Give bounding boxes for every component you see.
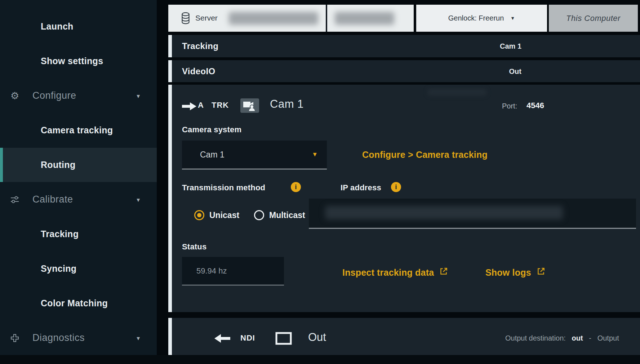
- external-link-icon: [439, 267, 448, 278]
- camera-system-value: Cam 1: [200, 150, 225, 160]
- tracking-panel: A TRK Cam 1 Port: 4546 Camera system Cam…: [168, 85, 640, 312]
- port-value: 4546: [526, 101, 544, 110]
- direction-letter: A: [198, 101, 204, 110]
- sidebar-item-show-settings[interactable]: Show settings: [0, 44, 157, 78]
- server-bar-divider: [326, 5, 327, 32]
- info-icon[interactable]: i: [291, 182, 301, 192]
- link-label: Inspect tracking data: [342, 267, 434, 278]
- row-value: Cam 1: [500, 42, 521, 50]
- sidebar-item-camera-tracking[interactable]: Camera tracking: [0, 113, 157, 147]
- genlock-dropdown[interactable]: Genlock: Freerun ▼: [416, 5, 547, 32]
- redacted-server-name: [229, 12, 318, 25]
- output-destination: Output destination: out - Output: [505, 334, 619, 342]
- chevron-down-icon: ▼: [510, 15, 515, 21]
- status-display: 59.94 hz: [182, 257, 284, 285]
- inspect-tracking-data-link[interactable]: Inspect tracking data: [342, 267, 448, 278]
- active-indicator-bar: [0, 148, 3, 182]
- redacted-ip-address: [325, 206, 563, 219]
- output-destination-label: Output destination:: [505, 334, 566, 342]
- device-name: Cam 1: [270, 98, 304, 111]
- sidebar: Launch Show settings ⚙ Configure ▼ Camer…: [0, 0, 157, 355]
- output-trailing: Output: [597, 334, 619, 342]
- status-label: Status: [182, 242, 206, 252]
- sidebar-item-label: Show settings: [0, 56, 103, 66]
- row-label: Tracking: [182, 41, 218, 51]
- gear-icon: ⚙: [9, 90, 20, 101]
- this-computer-tab[interactable]: This Computer: [549, 5, 638, 32]
- link-label: Show logs: [485, 267, 531, 278]
- unicast-label[interactable]: Unicast: [209, 210, 239, 220]
- sidebar-group-diagnostics[interactable]: Diagnostics ▼: [0, 321, 157, 355]
- transmission-method-label: Transmission method: [182, 183, 265, 192]
- routing-row-tracking[interactable]: Tracking Cam 1: [168, 35, 640, 57]
- camera-system-select[interactable]: Cam 1 ▼: [182, 141, 327, 169]
- routing-row-videoio[interactable]: VideoIO Out: [168, 60, 640, 82]
- redacted-patch: [428, 89, 486, 96]
- info-icon[interactable]: i: [391, 182, 401, 192]
- redacted-server-ip: [335, 12, 394, 25]
- info-glyph: i: [395, 183, 397, 191]
- configure-camera-tracking-link[interactable]: Configure > Camera tracking: [362, 150, 488, 160]
- server-section[interactable]: Server: [168, 5, 414, 32]
- server-bar: Server Genlock: Freerun ▼ This Computer: [168, 5, 640, 32]
- output-name: Out: [308, 331, 326, 344]
- server-database-icon: [181, 12, 190, 26]
- sidebar-item-label: Syncing: [0, 263, 76, 274]
- camera-system-label: Camera system: [182, 125, 241, 134]
- port-label: Port:: [502, 102, 517, 110]
- sidebar-item-label: Launch: [0, 21, 74, 32]
- health-cross-icon: [9, 333, 20, 343]
- chevron-down-icon: ▼: [135, 335, 141, 341]
- row-value: Out: [509, 67, 521, 75]
- sidebar-item-label: Camera tracking: [0, 125, 113, 136]
- sidebar-item-label: Tracking: [0, 229, 79, 239]
- separator: -: [589, 334, 591, 342]
- trk-badge: TRK: [212, 101, 229, 110]
- unicast-radio[interactable]: [194, 210, 204, 220]
- this-computer-label: This Computer: [549, 5, 638, 32]
- chevron-down-icon: ▼: [135, 93, 141, 99]
- monitor-icon: [275, 332, 292, 347]
- arrow-left-icon: [214, 334, 230, 345]
- ndi-output-panel: NDI Out Output destination: out - Output: [168, 318, 640, 355]
- chevron-down-icon: ▼: [312, 151, 318, 158]
- row-label: VideoIO: [182, 66, 215, 76]
- genlock-label: Genlock: Freerun: [448, 14, 504, 22]
- external-link-icon: [536, 267, 546, 278]
- sidebar-item-routing[interactable]: Routing: [0, 148, 157, 182]
- server-label: Server: [195, 14, 218, 22]
- app-window: Launch Show settings ⚙ Configure ▼ Camer…: [0, 0, 640, 364]
- sliders-icon: [9, 194, 20, 205]
- sidebar-group-configure[interactable]: ⚙ Configure ▼: [0, 79, 157, 113]
- sidebar-item-label: Routing: [0, 160, 76, 170]
- chevron-down-icon: ▼: [135, 196, 141, 203]
- sidebar-item-label: Color Matching: [0, 298, 108, 308]
- status-value: 59.94 hz: [196, 266, 227, 276]
- sidebar-item-tracking[interactable]: Tracking: [0, 217, 157, 251]
- output-destination-value: out: [572, 334, 583, 342]
- show-logs-link[interactable]: Show logs: [485, 267, 546, 278]
- video-camera-icon: [240, 98, 259, 113]
- multicast-label[interactable]: Multicast: [269, 210, 305, 220]
- sidebar-group-calibrate[interactable]: Calibrate ▼: [0, 182, 157, 217]
- sidebar-item-launch[interactable]: Launch: [0, 9, 157, 44]
- arrow-right-icon: [182, 102, 196, 112]
- sidebar-item-color-matching[interactable]: Color Matching: [0, 286, 157, 320]
- ip-address-label: IP address: [341, 183, 381, 192]
- ip-address-input[interactable]: [309, 199, 636, 229]
- info-glyph: i: [295, 183, 297, 191]
- multicast-radio[interactable]: [254, 210, 264, 220]
- ndi-badge: NDI: [240, 333, 255, 343]
- sidebar-item-syncing[interactable]: Syncing: [0, 252, 157, 286]
- bottom-band: [0, 355, 640, 364]
- link-label: Configure > Camera tracking: [362, 150, 488, 160]
